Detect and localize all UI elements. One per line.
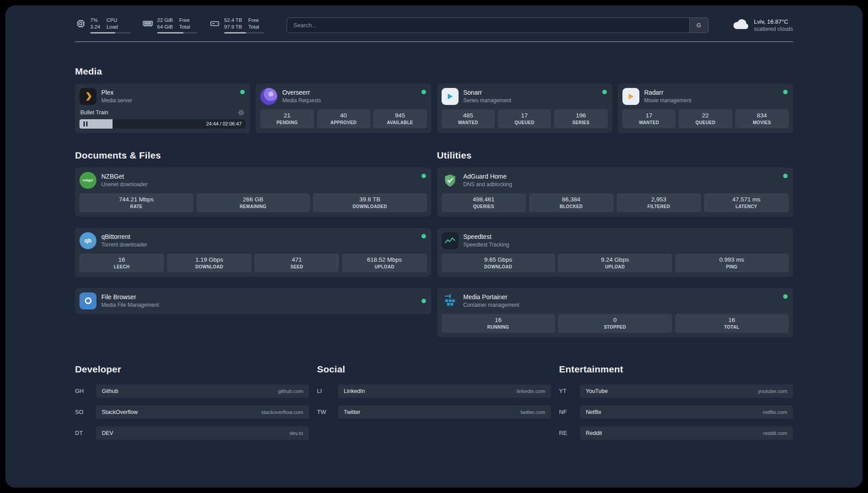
- service-card-qbittorrent[interactable]: qb qBittorrent Torrent downloader 16 LEE…: [75, 228, 431, 277]
- cpu-bar: [90, 32, 130, 33]
- stat-download: 9.65 Gbps DOWNLOAD: [442, 254, 555, 272]
- top-bar: 7% CPU 3.24 Load 22 GiB: [75, 17, 793, 33]
- service-card-adguard[interactable]: AdGuard Home DNS and adblocking 498,461 …: [437, 167, 793, 217]
- stat-movies: 834 MOVIES: [735, 109, 789, 128]
- stat-label: SERIES: [555, 120, 606, 125]
- section-title-utilities: Utilities: [437, 150, 793, 161]
- cpu-label-top: CPU: [106, 17, 118, 23]
- service-name: Plex: [101, 89, 132, 96]
- cpu-bar-fill: [90, 32, 115, 33]
- bookmark-abbr: RE: [559, 430, 580, 436]
- nzbget-icon: nzbget: [79, 172, 96, 189]
- stat-value: 196: [555, 112, 606, 119]
- bookmark-twitter[interactable]: Twitter twitter.com: [338, 405, 551, 419]
- stat-label: LATENCY: [705, 204, 788, 209]
- weather-location: Lviv, 16.87°C: [754, 18, 793, 25]
- stat-value: 16: [442, 317, 555, 323]
- stat-label: QUEUED: [499, 120, 550, 125]
- bookmark-reddit[interactable]: Reddit reddit.com: [580, 426, 793, 440]
- bookmark-abbr: GH: [75, 388, 96, 394]
- service-card-overseerr[interactable]: Overseerr Media Requests 21 PENDING 40 A…: [256, 84, 431, 133]
- bookmark-url: twitter.com: [521, 409, 545, 415]
- search-provider-button[interactable]: G: [689, 18, 708, 33]
- disk-bar: [224, 32, 264, 33]
- status-dot: [421, 90, 426, 94]
- bookmark-stackoverflow[interactable]: StackOverflow stackoverflow.com: [96, 405, 309, 419]
- disk-bar-fill: [224, 32, 246, 33]
- bookmark-netflix[interactable]: Netflix netflix.com: [580, 405, 793, 419]
- section-title-documents: Documents & Files: [75, 150, 431, 161]
- stat-value: 471: [255, 256, 338, 263]
- service-card-filebrowser[interactable]: File Browser Media File Management: [75, 288, 431, 314]
- stat-queued: 22 QUEUED: [679, 109, 732, 128]
- stat-upload: 9.24 Gbps UPLOAD: [558, 254, 672, 272]
- stat-value: 86,384: [530, 196, 613, 203]
- stat-label: FILTERED: [618, 204, 700, 209]
- stat-latency: 47.571 ms LATENCY: [704, 193, 789, 212]
- service-card-radarr[interactable]: Radarr Movie management 17 WANTED 22 QUE…: [618, 84, 793, 133]
- stat-value: 47.571 ms: [705, 196, 788, 203]
- service-subtitle: Container management: [463, 302, 519, 308]
- bookmark-youtube[interactable]: YouTube youtube.com: [580, 384, 793, 398]
- memory-widget: 22 GiB Free 64 GiB Total: [142, 17, 197, 33]
- bookmark-dev[interactable]: DEV dev.to: [96, 426, 309, 440]
- stat-wanted: 17 WANTED: [622, 109, 676, 128]
- stat-label: AVAILABLE: [374, 120, 426, 125]
- bookmark-github[interactable]: Github github.com: [96, 384, 309, 398]
- filebrowser-icon: [79, 292, 96, 309]
- service-subtitle: Media server: [101, 97, 132, 104]
- service-card-plex[interactable]: Plex Media server Bullet Train: [75, 84, 250, 133]
- bookmark-name: Netflix: [586, 409, 601, 415]
- adguard-icon: [442, 172, 459, 189]
- speedtest-icon: [442, 232, 459, 249]
- overseerr-icon: [260, 88, 277, 105]
- stat-value: 16: [80, 256, 163, 263]
- section-media: Media Plex Media server Bullet Train: [75, 66, 793, 133]
- section-title-developer: Developer: [75, 364, 309, 375]
- gear-icon[interactable]: [238, 109, 245, 116]
- cpu-icon: [75, 18, 87, 29]
- disk-label-bottom: Total: [248, 24, 259, 30]
- service-card-nzbget[interactable]: nzbget NZBGet Usenet downloader 744.21 M…: [75, 167, 431, 217]
- pause-icon[interactable]: [83, 121, 88, 126]
- stat-label: UPLOAD: [559, 264, 671, 269]
- service-name: Sonarr: [463, 89, 511, 96]
- bookmark-abbr: SO: [75, 409, 96, 415]
- status-dot: [421, 174, 426, 178]
- service-name: File Browser: [101, 293, 159, 301]
- bookmarks-entertainment: Entertainment YT YouTube youtube.com NF …: [559, 364, 793, 447]
- section-utilities: Utilities AdGuard Home: [437, 150, 793, 337]
- memory-bar: [157, 32, 197, 33]
- stat-wanted: 485 WANTED: [442, 109, 495, 128]
- service-subtitle: Speedtest Tracking: [463, 242, 509, 248]
- bookmark-linkedin[interactable]: LinkedIn linkedin.com: [338, 384, 551, 398]
- bookmark-name: Github: [102, 388, 118, 394]
- status-dot: [783, 174, 788, 178]
- service-card-sonarr[interactable]: Sonarr Series management 485 WANTED 17 Q…: [437, 84, 612, 133]
- search-input[interactable]: [287, 18, 689, 33]
- stat-rate: 744.21 Mbps RATE: [79, 193, 193, 212]
- stat-value: 834: [736, 112, 788, 119]
- stat-value: 16: [676, 317, 788, 323]
- cpu-load: 3.24: [90, 24, 100, 30]
- bookmark-abbr: YT: [559, 388, 580, 394]
- stat-value: 618.52 Mbps: [343, 256, 426, 263]
- service-subtitle: Media File Management: [101, 302, 159, 308]
- weather-widget[interactable]: Lviv, 16.87°C scattered clouds: [733, 17, 793, 33]
- stat-label: DOWNLOAD: [168, 264, 250, 269]
- service-subtitle: Torrent downloader: [101, 242, 147, 248]
- service-card-speedtest[interactable]: Speedtest Speedtest Tracking 9.65 Gbps D…: [437, 228, 793, 277]
- bookmark-abbr: LI: [317, 388, 338, 394]
- stat-pending: 21 PENDING: [260, 109, 313, 128]
- bookmark-abbr: DT: [75, 430, 96, 436]
- bookmark-url: netflix.com: [763, 409, 787, 415]
- stat-value: 39.6 TB: [314, 196, 426, 203]
- bookmark-name: YouTube: [586, 388, 608, 394]
- stat-label: QUERIES: [442, 204, 525, 209]
- stat-value: 744.21 Mbps: [80, 196, 192, 203]
- stat-label: SEED: [255, 264, 338, 269]
- stat-filtered: 2,953 FILTERED: [617, 193, 701, 212]
- weather-condition: scattered clouds: [754, 26, 793, 32]
- service-card-portainer[interactable]: Media Portainer Container management 16 …: [437, 288, 793, 337]
- stat-value: 9.24 Gbps: [559, 256, 671, 263]
